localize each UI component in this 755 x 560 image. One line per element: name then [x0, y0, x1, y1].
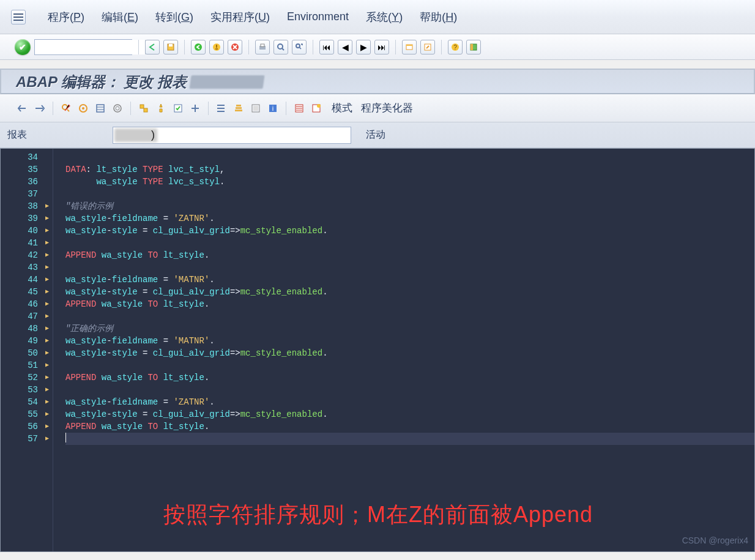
menu-goto[interactable]: 转到(G) — [155, 10, 193, 24]
prev-page-icon[interactable]: ◀ — [338, 40, 352, 54]
prev-arrow-icon[interactable] — [16, 102, 29, 115]
find-icon[interactable] — [273, 40, 288, 54]
svg-point-2 — [195, 43, 202, 51]
last-page-icon[interactable]: ⏭ — [374, 40, 389, 54]
separator-icon — [441, 40, 442, 54]
layout-icon[interactable] — [466, 40, 481, 54]
menu-help[interactable]: 帮助(H) — [420, 10, 457, 24]
svg-rect-27 — [217, 108, 218, 109]
separator-icon — [208, 102, 209, 115]
system-menu-icon[interactable] — [11, 10, 26, 24]
title-bar: ABAP 编辑器： 更改 报表 — [0, 69, 755, 94]
activate-icon[interactable] — [154, 102, 168, 115]
svg-point-18 — [82, 107, 84, 110]
separator-icon — [286, 102, 286, 115]
enhance-icon[interactable] — [111, 102, 124, 115]
svg-rect-31 — [236, 105, 241, 106]
next-page-icon[interactable]: ▶ — [356, 40, 371, 54]
nav-stack-icon[interactable] — [232, 102, 245, 115]
cancel-icon[interactable] — [228, 40, 242, 54]
svg-rect-28 — [217, 111, 218, 112]
watermark-text: CSDN @rogerix4 — [682, 534, 748, 547]
separator-icon — [184, 40, 185, 54]
annotation-text: 按照字符排序规则；M在Z的前面被Append — [163, 509, 593, 521]
menu-program[interactable]: 程序(P) — [48, 10, 84, 24]
svg-text:?: ? — [453, 44, 457, 51]
save-icon[interactable] — [163, 40, 178, 54]
enter-icon[interactable]: ✔ — [15, 39, 31, 55]
report-name-paren: ) — [151, 129, 155, 141]
code-area[interactable]: DATA: lt_style TYPE lvc_t_styl, wa_style… — [53, 149, 754, 551]
print-icon[interactable] — [255, 40, 270, 54]
svg-text:i: i — [272, 105, 273, 112]
separator-icon — [130, 102, 131, 115]
help-icon[interactable]: ? — [448, 40, 463, 54]
fullscreen-icon[interactable] — [249, 102, 262, 115]
help-info-icon[interactable]: i — [266, 102, 280, 115]
title-text: ABAP 编辑器： 更改 报表 — [16, 72, 187, 92]
standard-toolbar: ✔ ⏮ ◀ ▶ ⏭ ? — [0, 34, 755, 60]
svg-rect-26 — [217, 105, 218, 106]
next-arrow-icon[interactable] — [33, 102, 46, 115]
menu-system[interactable]: 系统(Y) — [366, 10, 403, 24]
command-field[interactable] — [34, 39, 132, 55]
first-page-icon[interactable]: ⏮ — [319, 40, 334, 54]
where-used-icon[interactable] — [188, 102, 202, 115]
line-number-gutter: 3435363738▶39▶40▶41▶42▶43▶44▶45▶46▶47▶48… — [1, 149, 53, 551]
code-editor[interactable]: 3435363738▶39▶40▶41▶42▶43▶44▶45▶46▶47▶48… — [0, 148, 755, 552]
back-green-icon[interactable] — [191, 40, 206, 54]
exit-icon[interactable] — [209, 40, 224, 54]
svg-rect-1 — [169, 44, 173, 47]
svg-rect-15 — [470, 44, 473, 50]
new-session-icon[interactable] — [402, 40, 417, 54]
report-label: 报表 — [7, 129, 27, 141]
menu-bar: 程序(P) 编辑(E) 转到(G) 实用程序(U) Environment 系统… — [0, 0, 755, 34]
pattern-button[interactable]: 模式 — [332, 101, 352, 115]
svg-rect-23 — [144, 108, 147, 112]
separator-icon — [395, 40, 396, 54]
separator-icon — [138, 40, 139, 54]
svg-point-21 — [116, 106, 119, 110]
object-list-icon[interactable] — [215, 102, 228, 115]
separator-icon — [248, 40, 249, 54]
check-icon[interactable] — [137, 102, 151, 115]
svg-point-20 — [114, 105, 121, 112]
svg-rect-19 — [97, 105, 104, 112]
application-toolbar: i 模式 程序美化器 — [0, 94, 755, 122]
command-input[interactable] — [35, 40, 145, 54]
display-change-icon[interactable] — [59, 102, 73, 115]
breakpoint-external-icon[interactable] — [310, 102, 323, 115]
svg-rect-22 — [140, 105, 144, 108]
svg-rect-33 — [253, 106, 258, 111]
status-label: 活动 — [366, 129, 385, 141]
separator-icon — [313, 40, 313, 54]
menu-environment[interactable]: Environment — [287, 10, 349, 23]
back-icon[interactable] — [145, 40, 160, 54]
svg-rect-6 — [261, 44, 264, 47]
test-icon[interactable] — [171, 102, 185, 115]
report-name-input[interactable]: ) — [113, 127, 351, 144]
active-inactive-icon[interactable] — [76, 102, 90, 115]
svg-point-7 — [278, 44, 283, 49]
title-program-name — [190, 75, 265, 89]
menu-edit[interactable]: 编辑(E) — [102, 10, 138, 24]
svg-rect-10 — [406, 45, 412, 46]
svg-rect-29 — [235, 110, 242, 111]
text-caret — [65, 433, 66, 442]
separator-icon — [53, 102, 53, 115]
svg-rect-30 — [236, 107, 242, 109]
pretty-printer-button[interactable]: 程序美化器 — [361, 101, 413, 115]
shortcut-icon[interactable] — [420, 40, 435, 54]
other-object-icon[interactable] — [94, 102, 107, 115]
field-row: 报表 ) 活动 — [0, 122, 755, 148]
breakpoint-session-icon[interactable] — [292, 102, 306, 115]
find-next-icon[interactable] — [292, 40, 307, 54]
svg-point-25 — [195, 107, 196, 109]
svg-point-38 — [317, 104, 321, 108]
menu-utilities[interactable]: 实用程序(U) — [210, 10, 270, 24]
